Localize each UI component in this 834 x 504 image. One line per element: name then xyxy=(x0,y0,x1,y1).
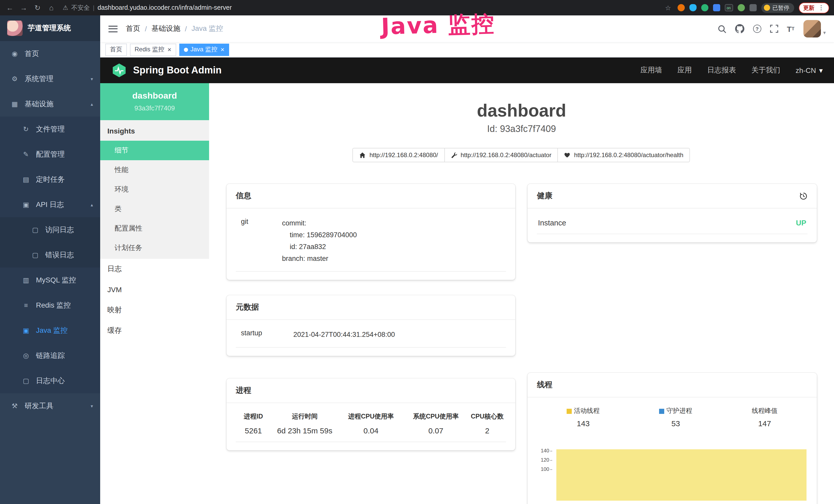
breadcrumb-infrastructure[interactable]: 基础设施 xyxy=(152,24,180,33)
app-logo[interactable]: 芋道管理系统 xyxy=(0,16,100,41)
sidebar-item-label: 错误日志 xyxy=(45,250,74,259)
extension-icon[interactable] xyxy=(738,4,745,11)
sidebar-item-label: 链路追踪 xyxy=(36,351,65,360)
api-log-icon: ▣ xyxy=(22,201,30,208)
sidebar-item-config-management[interactable]: ✎ 配置管理 xyxy=(0,142,100,167)
tab-java-monitor[interactable]: Java 监控 × xyxy=(179,43,229,56)
sba-menu-environment[interactable]: 环境 xyxy=(100,180,209,199)
sba-menu-logs[interactable]: 日志 xyxy=(100,259,209,279)
sidebar-item-system-management[interactable]: ⚙ 系统管理 ▾ xyxy=(0,66,100,91)
process-col-header: 运行时间 xyxy=(271,411,338,421)
browser-reload-icon[interactable]: ↻ xyxy=(33,4,42,12)
browser-back-icon[interactable]: ← xyxy=(5,4,14,12)
sba-nav-about[interactable]: 关于我们 xyxy=(751,66,780,75)
browser-home-icon[interactable]: ⌂ xyxy=(47,4,56,12)
sba-menu-classes[interactable]: 类 xyxy=(100,199,209,219)
browser-menu-icon[interactable]: ⋮ xyxy=(818,4,824,11)
legend-value: 53 xyxy=(659,419,692,428)
sidebar-toggle-icon[interactable] xyxy=(108,25,118,32)
browser-update-button[interactable]: 更新 ⋮ xyxy=(798,2,829,13)
sidebar-item-trace[interactable]: ◎ 链路追踪 xyxy=(0,343,100,368)
sba-nav-applications[interactable]: 应用 xyxy=(678,66,692,75)
edit-icon: ✎ xyxy=(22,151,30,158)
browser-toolbar: ← → ↻ ⌂ ⚠ 不安全 | dashboard.yudao.iocoder.… xyxy=(0,0,834,16)
help-icon[interactable]: ? xyxy=(753,25,761,33)
sba-group-label: Insights xyxy=(100,120,209,141)
threads-legend: 活动线程 143 守护进程 53 xyxy=(537,406,808,432)
sidebar-item-infrastructure[interactable]: ▦ 基础设施 ▴ xyxy=(0,91,100,117)
close-icon[interactable]: × xyxy=(221,46,224,53)
process-col-header: 进程CPU使用率 xyxy=(338,411,403,421)
address-bar[interactable]: ⚠ 不安全 | dashboard.yudao.iocoder.cn/infra… xyxy=(61,3,659,12)
yellow-swatch-icon xyxy=(567,409,572,414)
trace-icon: ◎ xyxy=(22,352,30,360)
sidebar-item-scheduled-jobs[interactable]: ▤ 定时任务 xyxy=(0,167,100,192)
sidebar-item-label: MySQL 监控 xyxy=(36,275,76,285)
service-url-link[interactable]: http://192.168.0.2:48080/ xyxy=(352,148,445,162)
fullscreen-icon[interactable] xyxy=(770,25,778,33)
legend-daemon-threads: 守护进程 53 xyxy=(659,407,692,428)
sba-menu-metrics[interactable]: 性能 xyxy=(100,160,209,180)
sba-menu-mappings[interactable]: 映射 xyxy=(100,300,209,320)
sba-language-select[interactable]: zh-CN ▾ xyxy=(796,66,823,74)
sba-menu-jvm[interactable]: JVM xyxy=(100,279,209,300)
search-icon[interactable] xyxy=(718,24,726,33)
extension-icon[interactable] xyxy=(677,4,684,11)
extension-puzzle-icon[interactable] xyxy=(749,4,756,11)
sba-navbar: Spring Boot Admin 应用墙 应用 日志报表 关于我们 zh-CN… xyxy=(100,58,834,83)
sidebar-item-home[interactable]: ◉ 首页 xyxy=(0,41,100,66)
smiley-icon xyxy=(764,5,770,11)
info-card: 信息 git commit: time: 1596289704000 xyxy=(226,184,515,280)
sidebar-item-file-management[interactable]: ↻ 文件管理 xyxy=(0,117,100,142)
url-divider: | xyxy=(93,4,94,11)
tab-home[interactable]: 首页 xyxy=(105,43,127,56)
sba-brand-title[interactable]: Spring Boot Admin xyxy=(133,65,222,76)
sidebar-item-mysql-monitor[interactable]: ▥ MySQL 监控 xyxy=(0,268,100,293)
font-size-icon[interactable]: TT xyxy=(787,24,794,33)
gear-icon: ⚙ xyxy=(10,75,19,83)
sba-logo-icon[interactable] xyxy=(111,63,127,78)
history-icon[interactable] xyxy=(799,192,807,200)
sidebar-item-redis-monitor[interactable]: ≡ Redis 监控 xyxy=(0,293,100,318)
health-url-link[interactable]: http://192.168.0.2:48080/actuator/health xyxy=(557,148,690,162)
active-dot xyxy=(184,47,188,52)
extension-icon[interactable] xyxy=(701,4,708,11)
sba-nav-wallboard[interactable]: 应用墙 xyxy=(641,66,662,75)
caret-down-icon[interactable]: ▾ xyxy=(823,30,826,38)
sba-menu-caches[interactable]: 缓存 xyxy=(100,320,209,341)
sba-menu-scheduled-tasks[interactable]: 计划任务 xyxy=(100,238,209,258)
tab-redis-monitor[interactable]: Redis 监控 × xyxy=(130,43,176,56)
sidebar-item-java-monitor[interactable]: ▣ Java 监控 xyxy=(0,318,100,343)
process-col-header: 系统CPU使用率 xyxy=(403,411,468,421)
breadcrumb-home[interactable]: 首页 xyxy=(126,24,140,33)
process-col-header: 进程ID xyxy=(236,411,271,421)
health-card-title: 健康 xyxy=(537,191,552,201)
git-branch: branch: master xyxy=(282,253,506,265)
java-monitor-icon: ▣ xyxy=(22,327,30,334)
bookmark-star-icon[interactable]: ☆ xyxy=(663,4,673,12)
browser-forward-icon[interactable]: → xyxy=(19,4,28,12)
sba-nav-links: 应用墙 应用 日志报表 关于我们 zh-CN ▾ xyxy=(641,66,823,75)
sba-nav-journal[interactable]: 日志报表 xyxy=(707,66,736,75)
sidebar-item-dev-tools[interactable]: ⚒ 研发工具 ▾ xyxy=(0,393,100,418)
extension-icon[interactable] xyxy=(689,4,696,11)
user-avatar[interactable] xyxy=(804,20,821,38)
url-text: dashboard.yudao.iocoder.cn/infra/admin-s… xyxy=(97,4,232,11)
sidebar-item-label: 配置管理 xyxy=(36,150,65,159)
close-icon[interactable]: × xyxy=(168,46,171,53)
sidebar-item-label: Java 监控 xyxy=(36,326,68,335)
extension-icon[interactable] xyxy=(713,4,720,11)
log-center-icon: ▢ xyxy=(22,377,30,385)
sidebar-item-access-logs[interactable]: ▢ 访问日志 xyxy=(0,217,100,243)
sba-instance-header[interactable]: dashboard 93a3fc7f7409 xyxy=(100,83,209,120)
sba-menu-details[interactable]: 细节 xyxy=(100,141,209,160)
sidebar-item-log-center[interactable]: ▢ 日志中心 xyxy=(0,368,100,393)
profile-paused-badge[interactable]: 已暂停 xyxy=(761,3,794,13)
sba-menu-config-props[interactable]: 配置属性 xyxy=(100,219,209,238)
breadcrumb-separator: / xyxy=(145,25,147,33)
sidebar-item-api-logs[interactable]: ▣ API 日志 ▴ xyxy=(0,192,100,217)
extension-on-icon[interactable]: on xyxy=(725,4,733,11)
actuator-url-link[interactable]: http://192.168.0.2:48080/actuator xyxy=(444,148,558,162)
sidebar-item-error-logs[interactable]: ▢ 错误日志 xyxy=(0,243,100,268)
github-icon[interactable] xyxy=(735,24,744,33)
